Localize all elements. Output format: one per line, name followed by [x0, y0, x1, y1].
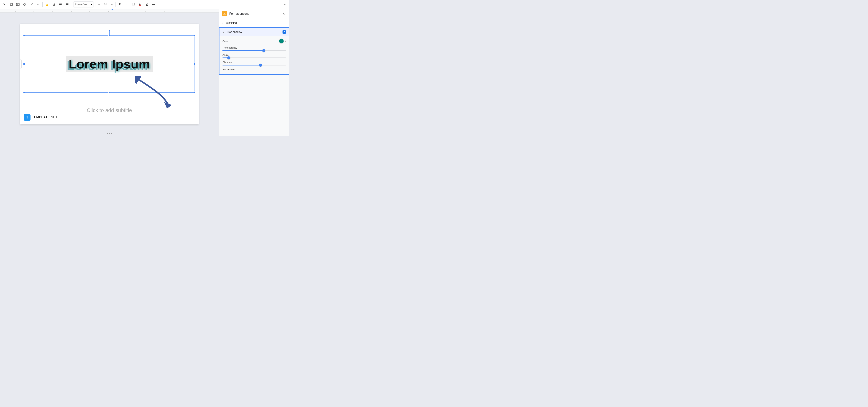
toolbar-expand-button[interactable]: ∧ — [282, 1, 288, 7]
ruler-mark-8: 8 — [145, 10, 146, 12]
svg-text:A: A — [139, 3, 141, 6]
canvas-area: 1 2 3 4 5 6 7 8 9 — [0, 9, 219, 135]
toolbar: ▾ Russo One ▾ − + B I U A — [0, 0, 289, 9]
textbox-tool-button[interactable] — [8, 1, 14, 7]
angle-slider-thumb[interactable] — [227, 56, 230, 59]
svg-rect-20 — [223, 13, 226, 15]
color-control-row: Color ▾ — [222, 38, 286, 44]
svg-rect-16 — [139, 5, 141, 6]
font-size-area: − + — [97, 2, 114, 7]
drop-shadow-checkbox[interactable]: ✓ — [282, 30, 286, 34]
slide[interactable]: ▼ ▲ Lorem Ipsum Lorem Ipsum Click to add… — [20, 24, 198, 124]
drop-shadow-label: Drop shadow — [226, 31, 280, 33]
font-size-increase-button[interactable]: + — [110, 2, 114, 7]
line-dropdown-button[interactable]: ▾ — [35, 1, 41, 7]
line-tool-button[interactable] — [28, 1, 34, 7]
handle-bot-right[interactable] — [194, 92, 195, 93]
ruler-mark-5: 5 — [89, 10, 90, 12]
more-options-button[interactable]: ••• — [151, 1, 157, 7]
angle-slider-track[interactable] — [222, 58, 286, 58]
format-panel-title: Format options — [229, 12, 279, 15]
shadow-color-swatch[interactable] — [279, 38, 284, 44]
italic-button[interactable]: I — [124, 1, 130, 7]
angle-label: Angle — [222, 54, 286, 56]
format-panel-close-button[interactable]: × — [281, 11, 286, 17]
color-label: Color — [222, 40, 228, 42]
underline-button[interactable]: U — [130, 1, 136, 7]
color-dropdown-icon[interactable]: ▾ — [285, 40, 286, 42]
image-tool-button[interactable] — [15, 1, 21, 7]
transparency-slider-thumb[interactable] — [262, 49, 265, 52]
border-weight-button[interactable] — [64, 1, 70, 7]
font-name-label: Russo One — [75, 3, 90, 6]
ruler-mark-3: 3 — [52, 10, 53, 12]
distance-slider-thumb[interactable] — [259, 64, 262, 67]
border-style-button[interactable] — [58, 1, 63, 7]
angle-slider-row: Angle — [222, 54, 286, 58]
font-selector[interactable]: Russo One ▾ — [73, 1, 94, 7]
svg-point-5 — [24, 3, 26, 6]
drop-shadow-header[interactable]: ∨ Drop shadow ✓ — [219, 28, 289, 36]
transparency-label: Transparency — [222, 46, 286, 49]
bold-button[interactable]: B — [117, 1, 123, 7]
slide-wrapper: ▼ ▲ Lorem Ipsum Lorem Ipsum Click to add… — [0, 13, 219, 135]
distance-slider-fill — [222, 65, 260, 65]
text-box-selected[interactable]: ▼ ▲ Lorem Ipsum Lorem Ipsum — [24, 35, 195, 93]
template-logo: T TEMPLATE.NET — [24, 114, 58, 121]
svg-marker-19 — [164, 102, 172, 108]
handle-top-right[interactable] — [194, 35, 195, 36]
font-size-input[interactable] — [102, 2, 109, 7]
lorem-ipsum-main-text[interactable]: Lorem Ipsum — [66, 56, 153, 72]
ruler-mark-7: 7 — [126, 10, 127, 12]
distance-label: Distance — [222, 61, 286, 64]
ruler: 1 2 3 4 5 6 7 8 9 — [0, 9, 219, 13]
bottom-bar — [107, 133, 112, 134]
bottom-dot-1 — [107, 133, 108, 134]
color-control: ▾ — [279, 38, 286, 44]
transparency-slider-track[interactable] — [222, 50, 286, 51]
text-fitting-section[interactable]: › Text fitting — [219, 19, 289, 27]
bottom-dot-3 — [111, 133, 112, 134]
text-fitting-label: Text fitting — [225, 21, 237, 24]
ruler-mark-2: 2 — [33, 10, 34, 12]
format-panel-icon — [222, 11, 227, 17]
font-dropdown-icon: ▾ — [91, 3, 92, 6]
font-size-decrease-button[interactable]: − — [97, 2, 101, 7]
ruler-indicator — [111, 9, 114, 10]
blur-radius-label: Blur Radius — [222, 68, 286, 72]
handle-bot-center[interactable] — [108, 92, 110, 93]
ruler-mark-1: 1 — [15, 10, 16, 12]
border-color-button[interactable] — [51, 1, 57, 7]
handle-top-left[interactable] — [23, 35, 25, 36]
drop-shadow-chevron-icon: ∨ — [222, 31, 224, 33]
svg-line-6 — [30, 3, 33, 5]
shadow-controls: Color ▾ Transparency — [219, 36, 289, 74]
template-name-label: TEMPLATE.NET — [32, 115, 58, 119]
template-t-icon: T — [24, 114, 31, 121]
fill-color-button[interactable] — [44, 1, 50, 7]
highlight-button[interactable] — [144, 1, 150, 7]
subtitle-text[interactable]: Click to add subtitle — [87, 107, 132, 113]
select-tool-button[interactable] — [1, 1, 7, 7]
vertical-align-button[interactable]: ▼ ▲ — [20, 60, 22, 68]
text-color-button[interactable]: A — [137, 1, 143, 7]
bottom-dot-2 — [109, 133, 110, 134]
color-control-with-swatch: Color ▾ — [222, 38, 286, 44]
drop-shadow-section: ∨ Drop shadow ✓ Color ▾ — [219, 27, 289, 75]
transparency-slider-fill — [222, 50, 264, 51]
distance-slider-track[interactable] — [222, 65, 286, 65]
transparency-slider-row: Transparency — [222, 46, 286, 51]
blur-radius-row: Blur Radius — [222, 68, 286, 72]
ruler-mark-6: 6 — [108, 10, 109, 12]
shape-tool-button[interactable] — [22, 1, 28, 7]
handle-mid-left[interactable] — [23, 63, 25, 65]
format-panel-header: Format options × — [219, 9, 289, 19]
distance-slider-row: Distance — [222, 61, 286, 65]
checkbox-check-icon: ✓ — [283, 31, 285, 33]
handle-mid-right[interactable] — [194, 63, 195, 65]
main-area: 1 2 3 4 5 6 7 8 9 — [0, 9, 289, 135]
ruler-mark-4: 4 — [71, 10, 72, 12]
handle-bot-left[interactable] — [23, 92, 25, 93]
handle-top-center-resize[interactable] — [108, 35, 110, 36]
ruler-mark-9: 9 — [164, 10, 164, 12]
